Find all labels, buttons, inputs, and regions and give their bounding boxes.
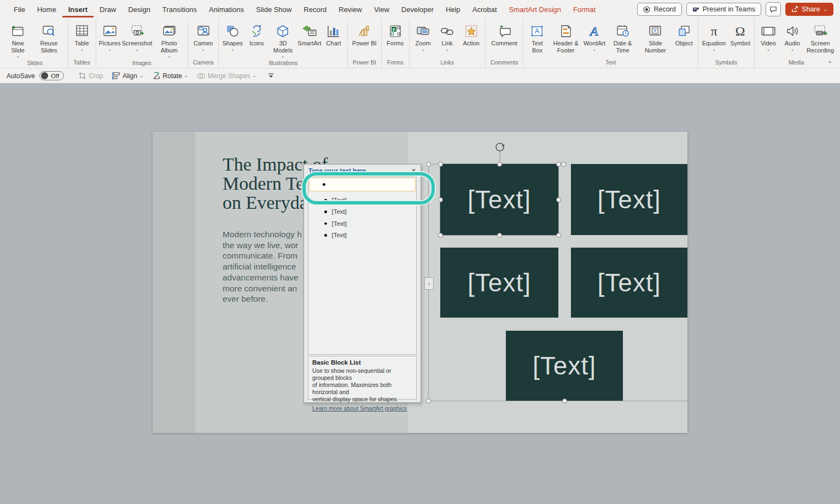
shapes-button[interactable]: Shapes bbox=[220, 21, 244, 53]
menu-transitions[interactable]: Transitions bbox=[156, 1, 203, 17]
menu-help[interactable]: Help bbox=[440, 1, 466, 17]
symbol-button[interactable]: Ω Symbol bbox=[728, 21, 752, 48]
power-bi-button[interactable]: Power BI bbox=[350, 21, 379, 48]
text-pane-toggle[interactable]: › bbox=[424, 277, 434, 290]
menu-format[interactable]: Format bbox=[567, 1, 602, 17]
smartart-shape-5[interactable]: [Text] bbox=[506, 331, 623, 401]
ribbon-group-tables: Table Tables bbox=[68, 19, 96, 68]
menu-developer[interactable]: Developer bbox=[395, 1, 440, 17]
selection-handle[interactable] bbox=[438, 233, 443, 238]
text-box-button[interactable]: A Text Box bbox=[525, 21, 549, 55]
object-button[interactable]: Object bbox=[672, 21, 696, 48]
group-label-forms: Forms bbox=[383, 59, 407, 68]
smartart-frame-handle[interactable] bbox=[426, 398, 431, 403]
svg-text:#: # bbox=[654, 28, 657, 33]
menu-smartart-design[interactable]: SmartArt Design bbox=[503, 1, 567, 17]
selection-handle[interactable] bbox=[556, 162, 561, 167]
pictures-button[interactable]: Pictures bbox=[98, 21, 122, 53]
collapse-ribbon-chevron-icon[interactable] bbox=[827, 57, 832, 65]
group-label-text: Text bbox=[525, 59, 696, 68]
dropdown-chevron-icon bbox=[791, 48, 795, 52]
text-pane-bullet-row[interactable]: [Text] bbox=[308, 218, 416, 230]
menu-design[interactable]: Design bbox=[122, 1, 156, 17]
dropdown-chevron-icon bbox=[593, 48, 597, 52]
learn-more-link[interactable]: Learn more about SmartArt graphics bbox=[312, 405, 407, 412]
menu-insert[interactable]: Insert bbox=[62, 1, 94, 17]
screen-recording-icon bbox=[812, 22, 829, 40]
menu-home[interactable]: Home bbox=[31, 1, 62, 17]
menu-draw[interactable]: Draw bbox=[94, 1, 122, 17]
chart-button[interactable]: Chart bbox=[322, 21, 346, 48]
3d-models-button[interactable]: 3D Models bbox=[269, 21, 297, 60]
toolbar-overflow-button[interactable] bbox=[264, 72, 278, 80]
present-in-teams-button[interactable]: Present in Teams bbox=[686, 3, 761, 16]
comments-button[interactable] bbox=[766, 2, 781, 16]
smartart-frame-handle[interactable] bbox=[562, 398, 567, 403]
symbol-icon: Ω bbox=[736, 22, 745, 40]
screenshot-button[interactable]: Screenshot bbox=[122, 21, 153, 53]
rotate-handle[interactable] bbox=[494, 142, 505, 165]
smartart-shape-3[interactable]: [Text] bbox=[440, 248, 558, 318]
rotate-button[interactable]: Rotate bbox=[148, 70, 192, 81]
menu-acrobat[interactable]: Acrobat bbox=[466, 1, 503, 17]
smartart-frame-bottom-border bbox=[428, 401, 687, 401]
comment-button[interactable]: Comment bbox=[489, 21, 520, 48]
smartart-shape-1[interactable]: [Text] bbox=[440, 164, 558, 235]
new-slide-button[interactable]: New Slide bbox=[4, 21, 32, 60]
dropdown-chevron-icon bbox=[253, 74, 256, 78]
dropdown-chevron-icon bbox=[281, 54, 285, 58]
smartart-text-pane[interactable]: Type your text here ✕ [Text] [Text] bbox=[304, 164, 421, 403]
menu-file[interactable]: File bbox=[8, 1, 31, 17]
smartart-frame-handle[interactable] bbox=[561, 162, 566, 167]
menu-animations[interactable]: Animations bbox=[203, 1, 250, 17]
action-button[interactable]: Action bbox=[459, 21, 483, 48]
icons-button[interactable]: Icons bbox=[244, 21, 269, 48]
align-button[interactable]: Align bbox=[107, 71, 147, 81]
ribbon: New Slide Reuse Slides Slides Table bbox=[0, 19, 840, 68]
smartart-button[interactable]: SmartArt bbox=[298, 21, 322, 48]
reuse-slides-icon bbox=[41, 22, 56, 40]
record-button[interactable]: Record bbox=[637, 3, 681, 16]
link-button[interactable]: Link bbox=[435, 21, 459, 53]
menu-record[interactable]: Record bbox=[298, 1, 332, 17]
selection-handle[interactable] bbox=[438, 197, 443, 202]
selection-handle[interactable] bbox=[497, 233, 502, 238]
text-pane-list: [Text] [Text] [Text] [Text] bbox=[308, 177, 417, 355]
dropdown-chevron-icon bbox=[201, 48, 205, 52]
text-pane-info: Basic Block List Use to show non-sequent… bbox=[308, 356, 417, 400]
text-pane-active-input[interactable] bbox=[309, 178, 416, 191]
share-button[interactable]: Share ⌄ bbox=[785, 3, 833, 16]
zoom-button[interactable]: Zoom bbox=[411, 21, 435, 53]
smartart-frame-handle[interactable] bbox=[426, 162, 431, 167]
dropdown-chevron-icon bbox=[108, 48, 112, 52]
selection-handle[interactable] bbox=[497, 162, 502, 167]
forms-button[interactable]: F Forms bbox=[383, 21, 407, 48]
selection-handle[interactable] bbox=[556, 233, 561, 238]
video-button[interactable]: Video bbox=[756, 21, 780, 53]
header-footer-button[interactable]: Header & Footer bbox=[549, 21, 582, 55]
text-pane-bullet-row[interactable]: [Text] bbox=[308, 194, 416, 206]
date-time-button[interactable]: Date & Time bbox=[606, 21, 639, 55]
autosave-toggle[interactable]: Off bbox=[39, 71, 64, 80]
table-button[interactable]: Table bbox=[70, 21, 94, 53]
selection-handle[interactable] bbox=[438, 162, 443, 167]
reuse-slides-button[interactable]: Reuse Slides bbox=[32, 21, 66, 55]
smartart-shape-4[interactable]: [Text] bbox=[571, 248, 687, 318]
text-pane-bullet-row[interactable]: [Text] bbox=[308, 230, 416, 242]
smartart-shape-2[interactable]: [Text] bbox=[571, 164, 687, 235]
close-icon[interactable]: ✕ bbox=[411, 168, 416, 174]
slide-number-button[interactable]: # Slide Number bbox=[639, 21, 672, 55]
screen-recording-button[interactable]: Screen Recording bbox=[804, 21, 836, 55]
photo-album-button[interactable]: Photo Album bbox=[153, 21, 186, 60]
selection-handle[interactable] bbox=[556, 197, 561, 202]
wordart-button[interactable]: A WordArt bbox=[582, 21, 606, 53]
text-pane-bullet-row[interactable]: [Text] bbox=[308, 206, 416, 218]
equation-button[interactable]: π Equation bbox=[700, 21, 728, 53]
ribbon-group-images: Pictures Screenshot Photo Album Images bbox=[96, 19, 188, 68]
menu-slide-show[interactable]: Slide Show bbox=[250, 1, 298, 17]
dropdown-chevron-icon bbox=[135, 48, 139, 52]
audio-button[interactable]: Audio bbox=[780, 21, 804, 53]
menu-review[interactable]: Review bbox=[332, 1, 368, 17]
cameo-button[interactable]: Cameo bbox=[191, 21, 215, 53]
menu-view[interactable]: View bbox=[368, 1, 395, 17]
